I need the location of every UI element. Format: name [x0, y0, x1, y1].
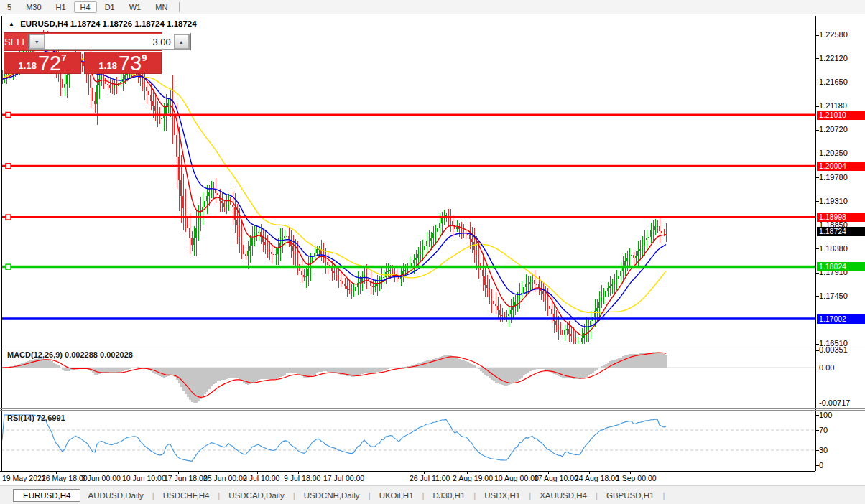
ma-mid	[2, 50, 666, 327]
timeframe-button-h4[interactable]: H4	[74, 1, 97, 13]
chart-frame	[0, 16, 865, 474]
price-axis-label: 1.18380	[819, 244, 848, 253]
timeframe-toolbar: 5M30H1H4D1W1MN	[0, 0, 865, 14]
rsi-axis-label: 100	[819, 411, 832, 419]
macd-axis-label: 0.00351	[819, 345, 848, 354]
buy-price-prefix: 1.18	[99, 59, 117, 73]
time-axis-label: 10 Jun 10:00	[122, 474, 166, 482]
time-axis-label: 10 Aug 00:00	[494, 474, 539, 482]
timeframe-button-5[interactable]: 5	[1, 1, 18, 13]
tab-separator: |	[422, 491, 425, 500]
rsi-axis-label: 30	[819, 446, 828, 454]
price-axis-label: 1.19310	[819, 197, 848, 205]
collapse-icon[interactable]: ▲	[9, 21, 14, 27]
time-axis-label: 1 Sep 00:00	[616, 474, 657, 482]
rsi-line	[2, 415, 666, 461]
symbol-tab-ukoil[interactable]: UKOil,H1	[372, 490, 421, 501]
sell-price-big: 72	[38, 55, 61, 73]
volume-input[interactable]	[45, 34, 174, 49]
timeframe-button-mn[interactable]: MN	[149, 1, 174, 13]
chart-title: ▲ EURUSD,H4 1.18724 1.18726 1.18724 1.18…	[9, 19, 197, 28]
chart-symbol-label: EURUSD,H4	[20, 19, 68, 28]
price-line-tag: 1.21010	[817, 111, 865, 120]
line-handle[interactable]	[6, 264, 11, 269]
tab-separator: |	[596, 491, 598, 500]
price-line-tag: 1.18998	[817, 213, 865, 222]
price-line-tag: 1.20004	[817, 162, 865, 171]
candles	[1, 30, 667, 344]
tab-separator: |	[152, 491, 154, 500]
rsi-axis-label: 0	[819, 461, 823, 470]
volume-spinner: ▼ ▲	[29, 34, 190, 50]
moving-averages	[2, 44, 666, 335]
macd-indicator-label: MACD(12,26,9) 0.002288 0.002028	[7, 350, 133, 359]
sell-button[interactable]: SELL	[4, 33, 28, 50]
buy-price-big: 73	[119, 55, 142, 73]
symbol-tab-gbpusd[interactable]: GBPUSD,H1	[599, 490, 661, 501]
price-axis-label: 1.17450	[819, 291, 848, 300]
symbol-tab-usdcad[interactable]: USDCAD,Daily	[221, 490, 291, 501]
rsi-indicator-label: RSI(14) 72.6991	[7, 414, 65, 422]
candlestick-chart-surface[interactable]	[0, 0, 865, 504]
price-axis-label: 1.20250	[819, 149, 848, 157]
symbol-tab-usdx[interactable]: USDX,H1	[477, 490, 527, 501]
time-axis-label: 25 Jun 00:00	[203, 474, 247, 482]
price-axis-label: 1.19780	[819, 173, 848, 182]
macd-axis-label: -0.00717	[819, 398, 850, 407]
time-axis-label: 24 Aug 18:00	[575, 474, 619, 482]
sell-price-display[interactable]: 1.18 72 7	[4, 52, 81, 74]
tab-separator: |	[293, 491, 295, 500]
one-click-trading-panel: SELL ▼ ▲ BUY 1.18 72 7 1.18 73 9	[4, 32, 162, 74]
horizontal-lines	[1, 113, 815, 319]
price-line-tag: 1.17002	[817, 314, 865, 324]
current-price-tag: 1.18724	[817, 227, 865, 236]
tab-separator: |	[662, 491, 665, 500]
timeframe-button-w1[interactable]: W1	[123, 1, 148, 13]
rsi-axis-label: 70	[819, 426, 828, 434]
sell-price-prefix: 1.18	[19, 59, 37, 73]
time-axis-label: 17 Jul 00:00	[323, 474, 364, 482]
buy-button[interactable]: BUY	[190, 33, 211, 50]
price-line-tag: 1.18024	[817, 262, 865, 271]
timeframe-button-d1[interactable]: D1	[98, 1, 121, 13]
sell-price-pip: 7	[61, 53, 66, 62]
time-axis-label: 2 Jul 10:00	[243, 474, 279, 482]
time-axis-label: 3 Jun 00:00	[81, 474, 121, 482]
tab-separator: |	[529, 491, 531, 500]
time-axis-label: 2 Aug 19:00	[453, 474, 493, 482]
price-axis-label: 1.22580	[819, 30, 848, 39]
chart-ohlc-values: 1.18724 1.18726 1.18724 1.18724	[70, 19, 197, 28]
macd-histogram	[1, 352, 667, 403]
time-axis-label: 19 May 2021	[2, 474, 46, 482]
symbol-tab-audusd[interactable]: AUDUSD,Daily	[80, 490, 150, 501]
line-handle[interactable]	[6, 113, 11, 118]
symbol-tab-eurusd[interactable]: EURUSD,H4	[13, 489, 80, 502]
time-axis-label: 17 Aug 10:00	[534, 474, 578, 482]
tab-separator: |	[218, 491, 220, 500]
timeframe-button-m30[interactable]: M30	[19, 1, 47, 13]
buy-price-pip: 9	[142, 53, 147, 62]
buy-price-display[interactable]: 1.18 73 9	[84, 52, 162, 74]
price-axis-label: 1.20720	[819, 125, 848, 134]
price-axis-label: 1.21650	[819, 78, 848, 86]
time-axis-label: 9 Jul 18:00	[284, 474, 320, 482]
time-axis-label: 17 Jun 18:00	[164, 474, 208, 482]
symbol-tab-dj30[interactable]: DJ30,H1	[426, 490, 473, 501]
symbol-tab-xauusd[interactable]: XAUUSD,H4	[532, 490, 594, 501]
symbol-tab-bar: EURUSD,H4AUDUSD,Daily|USDCHF,H4|USDCAD,D…	[0, 485, 865, 504]
toolbar-separator	[179, 2, 180, 12]
tab-separator: |	[473, 491, 476, 500]
macd-axis-label: 0.00	[819, 363, 834, 372]
time-axis-label: 26 Jul 11:00	[410, 474, 450, 482]
volume-decrease-button[interactable]: ▼	[29, 34, 45, 49]
volume-increase-button[interactable]: ▲	[174, 34, 189, 49]
symbol-tab-usdcnh[interactable]: USDCNH,Daily	[297, 490, 367, 501]
ma-fast	[2, 44, 666, 335]
line-handle[interactable]	[6, 215, 11, 220]
price-axis-label: 1.22120	[819, 54, 848, 62]
line-handle[interactable]	[6, 164, 11, 169]
timeframe-button-h1[interactable]: H1	[50, 1, 73, 13]
symbol-tab-usdchf[interactable]: USDCHF,H4	[156, 490, 217, 501]
price-axis-label: 1.21180	[819, 101, 847, 110]
tab-separator: |	[369, 491, 371, 500]
